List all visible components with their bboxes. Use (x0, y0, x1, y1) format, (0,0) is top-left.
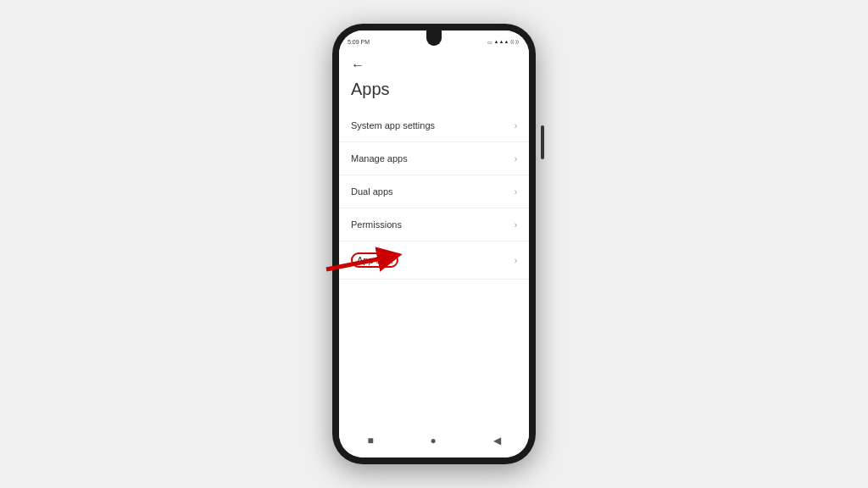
wifi-icon: ((·)) (510, 39, 519, 44)
phone-notch (426, 30, 442, 46)
menu-item-label: Dual apps (351, 186, 393, 197)
chevron-icon: › (515, 256, 517, 265)
menu-item-dual-apps[interactable]: Dual apps › (339, 175, 529, 208)
menu-item-label: App lock (351, 252, 398, 268)
chevron-icon: › (515, 187, 517, 197)
volume-button (541, 125, 544, 159)
menu-item-system-app-settings[interactable]: System app settings › (339, 109, 529, 142)
nav-back-icon[interactable]: ◀ (493, 435, 501, 446)
menu-item-permissions[interactable]: Permissions › (339, 208, 529, 241)
menu-item-app-lock[interactable]: App lock › (339, 241, 529, 280)
page-title: Apps (339, 76, 529, 109)
nav-home-icon[interactable]: ● (430, 435, 436, 446)
bottom-nav: ■ ● ◀ (339, 427, 529, 458)
menu-item-label: System app settings (351, 120, 435, 130)
chevron-icon: › (515, 220, 517, 230)
signal-icon: ▲▲▲ (494, 39, 509, 44)
chevron-icon: › (515, 154, 517, 164)
status-time: 5:09 PM (348, 39, 370, 45)
menu-item-label: Manage apps (351, 153, 408, 164)
menu-item-manage-apps[interactable]: Manage apps › (339, 142, 529, 175)
menu-item-label: Permissions (351, 219, 402, 230)
battery-icon: ▭ (487, 39, 492, 45)
screen-content: ← Apps System app settings › Manage apps… (339, 49, 529, 427)
phone-device: 5:09 PM ▭ ▲▲▲ ((·)) ← Apps System app se… (332, 24, 536, 464)
chevron-icon: › (515, 121, 517, 130)
app-lock-highlight: App lock (351, 252, 398, 268)
back-button[interactable]: ← (339, 49, 529, 76)
nav-recents-icon[interactable]: ■ (367, 435, 373, 446)
status-icons: ▭ ▲▲▲ ((·)) (487, 39, 520, 45)
